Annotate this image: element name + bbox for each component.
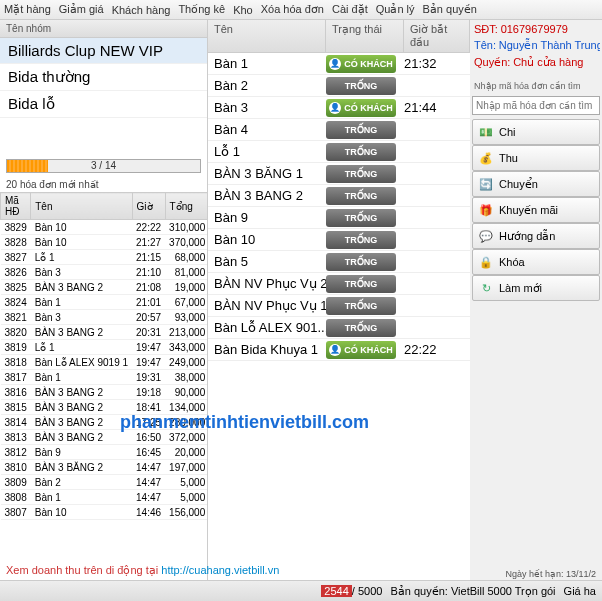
status-badge: TRỐNG [326,77,396,95]
license-label: Bản quyền: VietBill 5000 Trọn gói [390,585,555,598]
table-row[interactable]: Lỗ 1TRỐNG [208,141,470,163]
group-item[interactable]: Bida lỗ [0,91,207,118]
table-name: Bàn 3 [208,98,326,117]
role-label: Quyền: [474,56,510,68]
chi-button-icon: 💵 [479,125,493,139]
recent-row[interactable]: 3819Lỗ 119:47343,000 [1,340,208,355]
recent-row[interactable]: 3829Bàn 1022:22310,000 [1,220,208,235]
khoa-button[interactable]: 🔒Khóa [472,249,600,275]
chuyen-button[interactable]: 🔄Chuyển [472,171,600,197]
table-time [400,216,470,220]
recent-col-header: Tên [31,193,132,220]
table-row[interactable]: Bàn Bida Khuya 1👤CÓ KHÁCH22:22 [208,339,470,361]
recent-row[interactable]: 3814BÀN 3 BANG 217:25280,000 [1,415,208,430]
table-row[interactable]: Bàn 4TRỐNG [208,119,470,141]
table-row[interactable]: Bàn 2TRỐNG [208,75,470,97]
status-badge: TRỐNG [326,231,396,249]
table-name: Bàn 10 [208,230,326,249]
table-row[interactable]: BÀN 3 BĂNG 1TRỐNG [208,163,470,185]
table-name: Bàn 5 [208,252,326,271]
guest-icon: 👤 [329,344,341,356]
khuyenmai-button[interactable]: 🎁Khuyến mãi [472,197,600,223]
table-row[interactable]: Bàn Lỗ ALEX 901...TRỐNG [208,317,470,339]
lammoi-button-icon: ↻ [479,281,493,295]
recent-orders-table: Mã HĐTênGiờTổngTT 3829Bàn 1022:22310,000… [0,192,207,520]
recent-row[interactable]: 3817Bàn 119:3138,000 [1,370,208,385]
menu-mặt-hàng[interactable]: Mặt hàng [4,3,51,16]
table-name: BÀN 3 BĂNG 1 [208,164,326,183]
table-name: Lỗ 1 [208,142,326,161]
search-input[interactable] [472,96,600,115]
menu-cài-đặt[interactable]: Cài đặt [332,3,368,16]
recent-row[interactable]: 3808Bàn 114:475,000 [1,490,208,505]
group-item[interactable]: Billiards Clup NEW VIP [0,38,207,64]
status-badge: 👤CÓ KHÁCH [326,341,396,359]
menu-khách-hàng[interactable]: Khách hàng [112,4,171,16]
col-status: Trạng thái [326,20,404,52]
khuyenmai-button-icon: 🎁 [479,203,493,217]
mobile-link-url[interactable]: http://cuahang.vietbill.vn [161,564,279,576]
table-name: BÀN NV Phục Vụ 2 [208,274,326,293]
menu-thống-kê[interactable]: Thống kê [178,3,225,16]
table-row[interactable]: Bàn 1👤CÓ KHÁCH21:32 [208,53,470,75]
col-time: Giờ bắt đầu [404,20,470,52]
menu-xóa-hóa-đơn[interactable]: Xóa hóa đơn [261,3,324,16]
progress-text: 3 / 14 [7,160,200,171]
table-row[interactable]: BÀN NV Phục Vụ 1TRỐNG [208,295,470,317]
status-badge: 👤CÓ KHÁCH [326,55,396,73]
recent-row[interactable]: 3816BÀN 3 BANG 219:1890,000 [1,385,208,400]
mobile-link: Xem doanh thu trên di động tại http://cu… [6,564,279,577]
recent-row[interactable]: 3810BÀN 3 BĂNG 214:47197,000 [1,460,208,475]
table-row[interactable]: Bàn 9TRỐNG [208,207,470,229]
recent-row[interactable]: 3807Bàn 1014:46156,000 [1,505,208,520]
recent-row[interactable]: 3818Bàn Lỗ ALEX 9019 119:47249,000 [1,355,208,370]
table-row[interactable]: Bàn 3👤CÓ KHÁCH21:44 [208,97,470,119]
recent-row[interactable]: 3824Bàn 121:0167,000 [1,295,208,310]
table-time [400,150,470,154]
recent-col-header: Giờ [132,193,165,220]
group-header: Tên nhóm [0,20,207,38]
btn-label: Chuyển [499,178,538,191]
table-row[interactable]: Bàn 5TRỐNG [208,251,470,273]
recent-row[interactable]: 3812Bàn 916:4520,000 [1,445,208,460]
btn-label: Hướng dẫn [499,230,555,243]
menu-bản-quyền[interactable]: Bản quyền [423,3,477,16]
name-label: Tên: [474,39,496,51]
table-time [400,304,470,308]
menu-giảm-giá[interactable]: Giảm giá [59,3,104,16]
recent-row[interactable]: 3809Bàn 214:475,000 [1,475,208,490]
recent-row[interactable]: 3826Bàn 321:1081,000 [1,265,208,280]
lammoi-button[interactable]: ↻Làm mới [472,275,600,301]
table-name: Bàn 9 [208,208,326,227]
table-name: Bàn 1 [208,54,326,73]
btn-label: Thu [499,152,518,164]
recent-row[interactable]: 3813BÀN 3 BANG 216:50372,000 [1,430,208,445]
role-value: Chủ cửa hàng [513,56,583,68]
recent-row[interactable]: 3828Bàn 1021:27370,000 [1,235,208,250]
recent-row[interactable]: 3827Lỗ 121:1568,000 [1,250,208,265]
recent-row[interactable]: 3821Bàn 320:5793,000 [1,310,208,325]
menu-quản-lý[interactable]: Quản lý [376,3,415,16]
table-name: Bàn Bida Khuya 1 [208,340,326,359]
recent-col-header: Tổng [165,193,207,220]
recent-row[interactable]: 3815BÀN 3 BANG 218:41134,000 [1,400,208,415]
col-name: Tên [208,20,326,52]
group-item[interactable]: Bida thường [0,64,207,91]
phone-label: SĐT: [474,23,498,35]
guest-icon: 👤 [329,58,341,70]
table-row[interactable]: Bàn 10TRỐNG [208,229,470,251]
status-badge: TRỐNG [326,297,396,315]
btn-label: Khóa [499,256,525,268]
huongdan-button[interactable]: 💬Hướng dẫn [472,223,600,249]
menu-kho[interactable]: Kho [233,4,253,16]
status-badge: TRỐNG [326,121,396,139]
recent-row[interactable]: 3825BÀN 3 BANG 221:0819,000 [1,280,208,295]
table-row[interactable]: BÀN NV Phục Vụ 2TRỐNG [208,273,470,295]
thu-button[interactable]: 💰Thu [472,145,600,171]
btn-label: Khuyến mãi [499,204,558,217]
recent-row[interactable]: 3820BÀN 3 BANG 220:31213,000 [1,325,208,340]
search-hint: Nhập mã hóa đơn cần tìm [472,80,600,92]
table-row[interactable]: BÀN 3 BANG 2TRỐNG [208,185,470,207]
status-badge: TRỐNG [326,253,396,271]
chi-button[interactable]: 💵Chi [472,119,600,145]
